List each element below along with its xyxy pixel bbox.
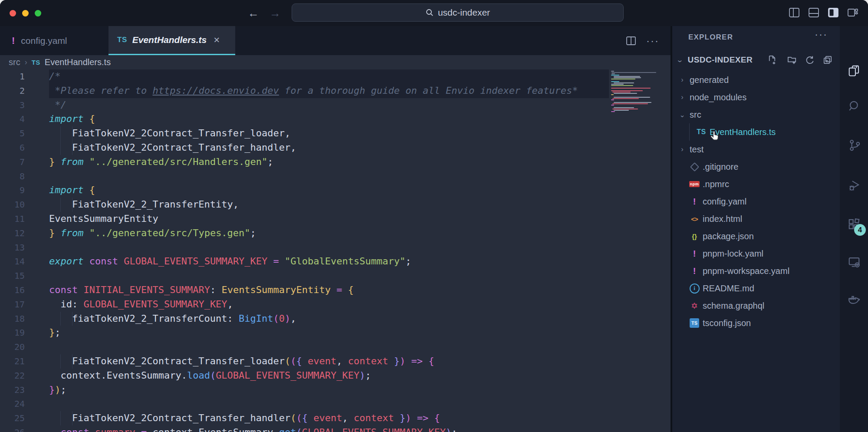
layout-panel-icon[interactable] (808, 7, 819, 18)
code-line[interactable]: 3 */ (0, 98, 671, 112)
chevron-right-icon[interactable]: › (677, 145, 688, 153)
breadcrumb-folder[interactable]: src (9, 57, 20, 67)
tree-file-index-html[interactable]: <>index.html (672, 210, 840, 228)
tree-file-package-json[interactable]: {}package.json (672, 228, 840, 245)
activity-bar: 4 (840, 26, 868, 432)
new-file-icon[interactable] (767, 55, 778, 66)
zoom-window-button[interactable] (35, 10, 41, 16)
tree-item-label: README.md (703, 284, 754, 293)
tree-folder-generated[interactable]: ›generated (672, 71, 840, 89)
refresh-icon[interactable] (804, 55, 815, 66)
code-line[interactable]: 23}); (0, 383, 671, 397)
breadcrumb[interactable]: src › TS EventHandlers.ts (0, 55, 671, 69)
activity-debug-icon[interactable] (840, 178, 868, 192)
code-line[interactable]: 9import { (0, 183, 671, 198)
minimap-line (611, 96, 662, 96)
code-line[interactable]: 1/* (0, 69, 671, 84)
code-text: FiatTokenV2_2Contract_Transfer_loader(({… (49, 354, 434, 369)
tree-folder-node-modules[interactable]: ›node_modules (672, 89, 840, 106)
tree-file-schema-graphql[interactable]: ✡schema.graphql (672, 297, 840, 314)
code-line[interactable]: 4import { (0, 112, 671, 126)
close-window-button[interactable] (10, 10, 16, 16)
code-line[interactable]: 11EventsSummaryEntity (0, 212, 671, 226)
search (847, 99, 861, 113)
explorer-more-actions-icon[interactable]: ··· (815, 32, 828, 36)
tree-file--gitignore[interactable]: .gitignore (672, 158, 840, 175)
tab-eventhandlers-ts[interactable]: TS EventHandlers.ts × (108, 26, 235, 55)
command-center-search[interactable]: usdc-indexer (292, 3, 624, 22)
code-editor[interactable]: 1/*2 *Please refer to https://docs.envio… (0, 69, 671, 432)
breadcrumb-file[interactable]: EventHandlers.ts (45, 57, 111, 67)
activity-search-icon[interactable] (840, 99, 868, 113)
nav-forward-icon[interactable]: → (268, 6, 282, 20)
layout-customize-icon[interactable] (847, 7, 858, 18)
line-number: 25 (0, 411, 49, 425)
code-line[interactable]: 24 (0, 397, 671, 411)
minimap-line (614, 97, 650, 98)
minimap-line (614, 102, 651, 103)
graphql-file-icon: ✡ (691, 301, 698, 311)
code-line[interactable]: 14export const GLOBAL_EVENTS_SUMMARY_KEY… (0, 254, 671, 269)
close-tab-icon[interactable]: × (214, 36, 220, 44)
code-line[interactable]: 26 const summary = context.EventsSummary… (0, 425, 671, 432)
code-line[interactable]: 8 (0, 169, 671, 184)
new-folder-icon[interactable] (787, 55, 798, 66)
code-line[interactable]: 16const INITIAL_EVENTS_SUMMARY: EventsSu… (0, 283, 671, 297)
chevron-right-icon: › (25, 58, 27, 67)
line-number: 23 (0, 383, 49, 397)
code-line[interactable]: 5 FiatTokenV2_2Contract_Transfer_loader, (0, 126, 671, 141)
nav-back-icon[interactable]: ← (247, 6, 260, 20)
code-line[interactable]: 22 context.EventsSummary.load(GLOBAL_EVE… (0, 369, 671, 383)
activity-remote-icon[interactable] (840, 255, 868, 269)
chevron-right-icon[interactable]: › (677, 76, 688, 84)
chevron-down-icon[interactable]: ⌄ (677, 111, 688, 119)
activity-files-icon[interactable] (840, 63, 868, 77)
tree-file-eventhandlers-ts[interactable]: TSEventHandlers.ts (672, 123, 840, 141)
layout-sidebar-right-icon-active[interactable] (828, 7, 839, 18)
code-line[interactable]: 13 (0, 241, 671, 255)
code-line[interactable]: 21 FiatTokenV2_2Contract_Transfer_loader… (0, 354, 671, 369)
remote (847, 255, 861, 269)
ts-file-icon: TS (117, 36, 127, 44)
layout-sidebar-left-icon[interactable] (789, 7, 800, 18)
editor-more-actions-icon[interactable]: ··· (646, 39, 659, 43)
code-line[interactable]: 19}; (0, 326, 671, 340)
code-line[interactable]: 10 FiatTokenV2_2_TransferEntity, (0, 198, 671, 212)
minimap-line (614, 107, 634, 108)
tree-file-config-yaml[interactable]: !config.yaml (672, 193, 840, 210)
tab-config-yaml[interactable]: ! config.yaml (0, 26, 108, 55)
minimize-window-button[interactable] (22, 10, 29, 16)
code-line[interactable]: 25 FiatTokenV2_2Contract_Transfer_handle… (0, 411, 671, 425)
tree-folder-test[interactable]: ›test (672, 141, 840, 158)
code-line[interactable]: 12} from "../generated/src/Types.gen"; (0, 226, 671, 241)
minimap[interactable] (611, 71, 662, 112)
collapse-all-icon[interactable] (822, 55, 833, 66)
chevron-right-icon[interactable]: › (677, 93, 688, 101)
code-text: const INITIAL_EVENTS_SUMMARY: EventsSumm… (49, 283, 354, 297)
code-line[interactable]: 17 id: GLOBAL_EVENTS_SUMMARY_KEY, (0, 297, 671, 312)
activity-source-control-icon[interactable] (840, 138, 868, 152)
tree-file-tsconfig-json[interactable]: TStsconfig.json (672, 314, 840, 332)
workspace-section-header[interactable]: ⌄ USDC-INDEXER (672, 49, 840, 71)
code-line[interactable]: 7} from "../generated/src/Handlers.gen"; (0, 155, 671, 169)
activity-docker-icon[interactable] (840, 293, 868, 307)
activity-extensions-icon[interactable]: 4 (840, 217, 868, 231)
tree-file--npmrc[interactable]: npm.npmrc (672, 175, 840, 193)
tree-item-label: index.html (703, 214, 742, 224)
code-line[interactable]: 6 FiatTokenV2_2Contract_Transfer_handler… (0, 141, 671, 155)
code-line[interactable]: 18 fiatTokenV2_2_TransferCount: BigInt(0… (0, 312, 671, 326)
tree-file-readme-md[interactable]: iREADME.md (672, 280, 840, 297)
code-line[interactable]: 20 (0, 340, 671, 354)
tree-file-pnpm-lock-yaml[interactable]: !pnpm-lock.yaml (672, 245, 840, 262)
line-number: 4 (0, 112, 49, 126)
code-line[interactable]: 2 *Please refer to https://docs.envio.de… (0, 84, 671, 98)
files (847, 63, 861, 77)
layout-sidebar-left-icon (789, 7, 800, 18)
tree-folder-src[interactable]: ⌄src (672, 106, 840, 123)
split-editor-icon[interactable] (625, 35, 637, 46)
code-line[interactable]: 15 (0, 269, 671, 283)
code-text: const summary = context.EventsSummary.ge… (49, 425, 457, 432)
search-value: usdc-indexer (438, 7, 490, 18)
explorer-title: EXPLORER (688, 33, 733, 42)
tree-file-pnpm-workspace-yaml[interactable]: !pnpm-workspace.yaml (672, 262, 840, 280)
